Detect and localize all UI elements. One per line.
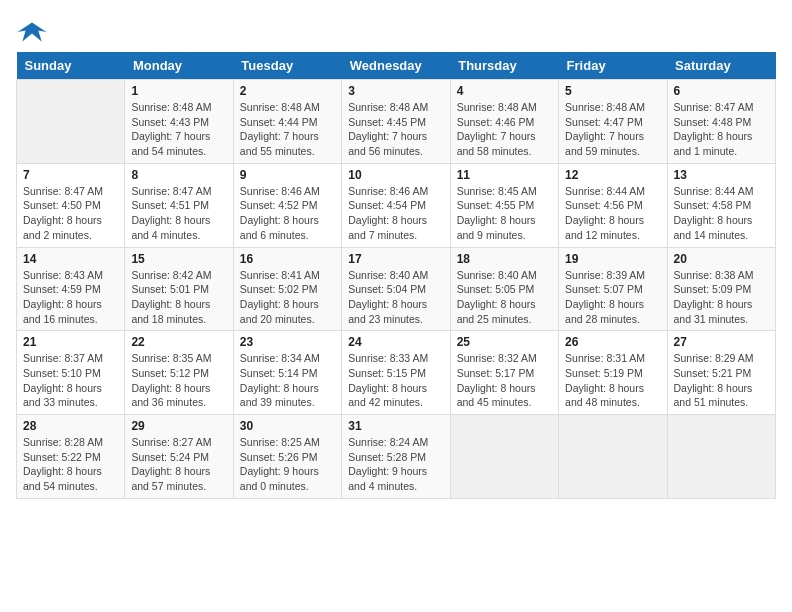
day-number: 14 xyxy=(23,252,118,266)
calendar-cell: 1Sunrise: 8:48 AM Sunset: 4:43 PM Daylig… xyxy=(125,80,233,164)
calendar-cell: 26Sunrise: 8:31 AM Sunset: 5:19 PM Dayli… xyxy=(559,331,667,415)
day-number: 15 xyxy=(131,252,226,266)
day-info: Sunrise: 8:41 AM Sunset: 5:02 PM Dayligh… xyxy=(240,268,335,327)
calendar-cell: 9Sunrise: 8:46 AM Sunset: 4:52 PM Daylig… xyxy=(233,163,341,247)
day-info: Sunrise: 8:48 AM Sunset: 4:46 PM Dayligh… xyxy=(457,100,552,159)
calendar-cell: 28Sunrise: 8:28 AM Sunset: 5:22 PM Dayli… xyxy=(17,415,125,499)
day-header-monday: Monday xyxy=(125,52,233,80)
calendar-cell: 29Sunrise: 8:27 AM Sunset: 5:24 PM Dayli… xyxy=(125,415,233,499)
day-number: 25 xyxy=(457,335,552,349)
day-number: 20 xyxy=(674,252,769,266)
day-info: Sunrise: 8:46 AM Sunset: 4:54 PM Dayligh… xyxy=(348,184,443,243)
day-number: 7 xyxy=(23,168,118,182)
calendar-cell: 3Sunrise: 8:48 AM Sunset: 4:45 PM Daylig… xyxy=(342,80,450,164)
day-number: 12 xyxy=(565,168,660,182)
day-number: 27 xyxy=(674,335,769,349)
day-number: 17 xyxy=(348,252,443,266)
calendar-cell: 4Sunrise: 8:48 AM Sunset: 4:46 PM Daylig… xyxy=(450,80,558,164)
logo xyxy=(16,16,52,48)
day-header-wednesday: Wednesday xyxy=(342,52,450,80)
calendar-cell: 22Sunrise: 8:35 AM Sunset: 5:12 PM Dayli… xyxy=(125,331,233,415)
day-number: 9 xyxy=(240,168,335,182)
calendar-cell: 6Sunrise: 8:47 AM Sunset: 4:48 PM Daylig… xyxy=(667,80,775,164)
day-number: 10 xyxy=(348,168,443,182)
calendar-week-row: 7Sunrise: 8:47 AM Sunset: 4:50 PM Daylig… xyxy=(17,163,776,247)
day-number: 18 xyxy=(457,252,552,266)
day-number: 30 xyxy=(240,419,335,433)
calendar-cell: 31Sunrise: 8:24 AM Sunset: 5:28 PM Dayli… xyxy=(342,415,450,499)
day-info: Sunrise: 8:25 AM Sunset: 5:26 PM Dayligh… xyxy=(240,435,335,494)
day-number: 19 xyxy=(565,252,660,266)
calendar-week-row: 1Sunrise: 8:48 AM Sunset: 4:43 PM Daylig… xyxy=(17,80,776,164)
day-number: 4 xyxy=(457,84,552,98)
calendar-cell: 18Sunrise: 8:40 AM Sunset: 5:05 PM Dayli… xyxy=(450,247,558,331)
calendar-cell: 30Sunrise: 8:25 AM Sunset: 5:26 PM Dayli… xyxy=(233,415,341,499)
calendar-cell: 2Sunrise: 8:48 AM Sunset: 4:44 PM Daylig… xyxy=(233,80,341,164)
day-number: 8 xyxy=(131,168,226,182)
day-info: Sunrise: 8:39 AM Sunset: 5:07 PM Dayligh… xyxy=(565,268,660,327)
day-info: Sunrise: 8:45 AM Sunset: 4:55 PM Dayligh… xyxy=(457,184,552,243)
day-info: Sunrise: 8:42 AM Sunset: 5:01 PM Dayligh… xyxy=(131,268,226,327)
day-info: Sunrise: 8:34 AM Sunset: 5:14 PM Dayligh… xyxy=(240,351,335,410)
calendar-cell: 23Sunrise: 8:34 AM Sunset: 5:14 PM Dayli… xyxy=(233,331,341,415)
logo-bird-icon xyxy=(16,16,48,48)
day-header-thursday: Thursday xyxy=(450,52,558,80)
day-number: 13 xyxy=(674,168,769,182)
day-info: Sunrise: 8:48 AM Sunset: 4:43 PM Dayligh… xyxy=(131,100,226,159)
day-number: 29 xyxy=(131,419,226,433)
day-info: Sunrise: 8:38 AM Sunset: 5:09 PM Dayligh… xyxy=(674,268,769,327)
calendar-cell: 25Sunrise: 8:32 AM Sunset: 5:17 PM Dayli… xyxy=(450,331,558,415)
calendar-cell: 12Sunrise: 8:44 AM Sunset: 4:56 PM Dayli… xyxy=(559,163,667,247)
day-info: Sunrise: 8:43 AM Sunset: 4:59 PM Dayligh… xyxy=(23,268,118,327)
calendar-cell: 19Sunrise: 8:39 AM Sunset: 5:07 PM Dayli… xyxy=(559,247,667,331)
day-info: Sunrise: 8:33 AM Sunset: 5:15 PM Dayligh… xyxy=(348,351,443,410)
day-number: 23 xyxy=(240,335,335,349)
calendar-cell: 17Sunrise: 8:40 AM Sunset: 5:04 PM Dayli… xyxy=(342,247,450,331)
day-info: Sunrise: 8:40 AM Sunset: 5:05 PM Dayligh… xyxy=(457,268,552,327)
calendar-cell: 21Sunrise: 8:37 AM Sunset: 5:10 PM Dayli… xyxy=(17,331,125,415)
svg-marker-0 xyxy=(18,22,47,41)
calendar-cell: 7Sunrise: 8:47 AM Sunset: 4:50 PM Daylig… xyxy=(17,163,125,247)
day-header-saturday: Saturday xyxy=(667,52,775,80)
day-info: Sunrise: 8:44 AM Sunset: 4:56 PM Dayligh… xyxy=(565,184,660,243)
day-info: Sunrise: 8:47 AM Sunset: 4:50 PM Dayligh… xyxy=(23,184,118,243)
day-info: Sunrise: 8:47 AM Sunset: 4:51 PM Dayligh… xyxy=(131,184,226,243)
day-number: 2 xyxy=(240,84,335,98)
day-number: 31 xyxy=(348,419,443,433)
day-info: Sunrise: 8:48 AM Sunset: 4:44 PM Dayligh… xyxy=(240,100,335,159)
day-number: 21 xyxy=(23,335,118,349)
calendar-cell: 24Sunrise: 8:33 AM Sunset: 5:15 PM Dayli… xyxy=(342,331,450,415)
calendar-cell xyxy=(450,415,558,499)
calendar-cell: 15Sunrise: 8:42 AM Sunset: 5:01 PM Dayli… xyxy=(125,247,233,331)
calendar-cell: 20Sunrise: 8:38 AM Sunset: 5:09 PM Dayli… xyxy=(667,247,775,331)
day-info: Sunrise: 8:44 AM Sunset: 4:58 PM Dayligh… xyxy=(674,184,769,243)
day-number: 28 xyxy=(23,419,118,433)
day-info: Sunrise: 8:47 AM Sunset: 4:48 PM Dayligh… xyxy=(674,100,769,159)
day-info: Sunrise: 8:48 AM Sunset: 4:47 PM Dayligh… xyxy=(565,100,660,159)
calendar-cell: 11Sunrise: 8:45 AM Sunset: 4:55 PM Dayli… xyxy=(450,163,558,247)
day-number: 24 xyxy=(348,335,443,349)
calendar-cell xyxy=(17,80,125,164)
day-number: 16 xyxy=(240,252,335,266)
day-info: Sunrise: 8:35 AM Sunset: 5:12 PM Dayligh… xyxy=(131,351,226,410)
day-number: 11 xyxy=(457,168,552,182)
calendar-table: SundayMondayTuesdayWednesdayThursdayFrid… xyxy=(16,52,776,499)
calendar-cell: 5Sunrise: 8:48 AM Sunset: 4:47 PM Daylig… xyxy=(559,80,667,164)
day-info: Sunrise: 8:29 AM Sunset: 5:21 PM Dayligh… xyxy=(674,351,769,410)
day-number: 26 xyxy=(565,335,660,349)
day-header-friday: Friday xyxy=(559,52,667,80)
day-info: Sunrise: 8:46 AM Sunset: 4:52 PM Dayligh… xyxy=(240,184,335,243)
calendar-cell: 10Sunrise: 8:46 AM Sunset: 4:54 PM Dayli… xyxy=(342,163,450,247)
day-number: 5 xyxy=(565,84,660,98)
day-number: 3 xyxy=(348,84,443,98)
calendar-week-row: 28Sunrise: 8:28 AM Sunset: 5:22 PM Dayli… xyxy=(17,415,776,499)
day-number: 6 xyxy=(674,84,769,98)
header xyxy=(16,16,776,48)
calendar-cell: 27Sunrise: 8:29 AM Sunset: 5:21 PM Dayli… xyxy=(667,331,775,415)
calendar-cell: 13Sunrise: 8:44 AM Sunset: 4:58 PM Dayli… xyxy=(667,163,775,247)
day-header-sunday: Sunday xyxy=(17,52,125,80)
calendar-cell: 16Sunrise: 8:41 AM Sunset: 5:02 PM Dayli… xyxy=(233,247,341,331)
day-info: Sunrise: 8:24 AM Sunset: 5:28 PM Dayligh… xyxy=(348,435,443,494)
calendar-cell xyxy=(667,415,775,499)
day-info: Sunrise: 8:48 AM Sunset: 4:45 PM Dayligh… xyxy=(348,100,443,159)
